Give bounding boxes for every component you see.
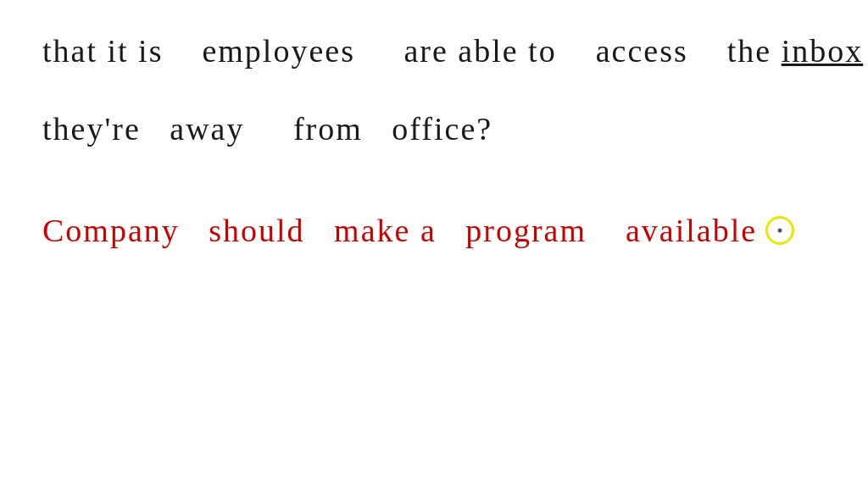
cursor-dot — [778, 229, 782, 233]
line-2: they're away from office? — [42, 110, 492, 147]
line1-text: that it is employees are able to access … — [42, 33, 868, 69]
line2-text: they're away from office? — [42, 111, 492, 147]
line-3: Company should make a program available — [42, 212, 794, 249]
line-1: that it is employees are able to access … — [42, 32, 868, 69]
cursor-circle — [765, 216, 794, 245]
page-canvas: that it is employees are able to access … — [0, 0, 868, 488]
line3-text: Company should make a program available — [42, 212, 757, 249]
